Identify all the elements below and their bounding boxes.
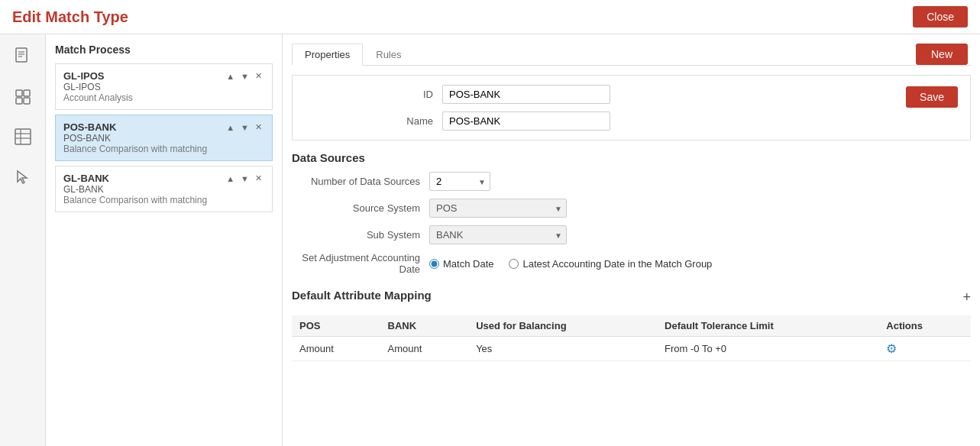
col-pos: POS: [292, 315, 380, 337]
name-input[interactable]: [442, 112, 610, 131]
svg-rect-7: [24, 98, 30, 104]
sidebar-icon-doc[interactable]: [9, 44, 37, 71]
match-item-gl-bank-delete-btn[interactable]: ✕: [253, 173, 264, 184]
col-actions: Actions: [878, 315, 971, 337]
save-button[interactable]: Save: [906, 86, 958, 108]
svg-rect-5: [24, 90, 30, 96]
match-item-gl-bank-name: GL-BANK: [63, 173, 109, 184]
radio-match-date-input[interactable]: [429, 259, 439, 269]
cell-tolerance: From -0 To +0: [657, 337, 878, 361]
adjustment-radio-group: Match Date Latest Accounting Date in the…: [429, 258, 712, 270]
radio-match-date-label: Match Date: [443, 258, 493, 270]
cell-actions[interactable]: ⚙: [878, 337, 971, 361]
page-title: Edit Match Type: [12, 8, 128, 26]
properties-card: ID Name Save: [292, 75, 971, 141]
sub-system-select[interactable]: BANK: [429, 225, 567, 244]
tab-properties[interactable]: Properties: [292, 44, 363, 66]
match-item-gl-bank-desc: Balance Comparison with matching: [63, 195, 264, 205]
match-item-up-btn[interactable]: ▲: [224, 70, 237, 82]
adjustment-label: Set Adjustment Accounting Date: [292, 252, 429, 275]
col-bank: BANK: [380, 315, 469, 337]
num-sources-label: Number of Data Sources: [292, 176, 429, 187]
svg-rect-6: [16, 98, 22, 104]
sidebar-icon-table[interactable]: [9, 123, 37, 150]
match-item-pos-bank-sub: POS-BANK: [63, 133, 264, 144]
cell-bank: Amount: [380, 337, 469, 361]
default-attr-title: Default Attribute Mapping: [292, 289, 432, 302]
sub-system-label: Sub System: [292, 229, 429, 241]
table-row: Amount Amount Yes From -0 To +0 ⚙: [292, 337, 971, 361]
col-tolerance: Default Tolerance Limit: [657, 315, 878, 337]
tabs: Properties Rules: [292, 44, 971, 66]
id-input[interactable]: [442, 85, 610, 104]
new-button[interactable]: New: [916, 44, 968, 65]
match-item-gl-bank-up-btn[interactable]: ▲: [224, 173, 237, 184]
radio-latest-date[interactable]: Latest Accounting Date in the Match Grou…: [509, 258, 712, 270]
match-item-pos-bank-desc: Balance Comparison with matching: [63, 144, 264, 154]
default-attr-header: Default Attribute Mapping +: [292, 286, 971, 309]
match-item-gl-ipos-sub: GL-IPOS: [63, 82, 264, 92]
radio-latest-date-label: Latest Accounting Date in the Match Grou…: [522, 258, 712, 270]
data-sources-title: Data Sources: [292, 151, 971, 164]
attr-table: POS BANK Used for Balancing Default Tole…: [292, 315, 971, 361]
match-item-pos-down-btn[interactable]: ▼: [238, 121, 251, 133]
gear-icon[interactable]: ⚙: [886, 342, 897, 355]
sidebar-icon-cursor[interactable]: [9, 163, 37, 190]
match-item-pos-delete-btn[interactable]: ✕: [253, 121, 264, 133]
match-item-gl-ipos-desc: Account Analysis: [63, 92, 264, 103]
match-item-gl-bank-sub: GL-BANK: [63, 184, 264, 195]
svg-rect-0: [16, 48, 27, 62]
match-item-pos-bank-name: POS-BANK: [63, 121, 116, 133]
match-item-pos-up-btn[interactable]: ▲: [224, 121, 237, 133]
match-item-gl-ipos[interactable]: GL-IPOS ▲ ▼ ✕ GL-IPOS Account Analysis: [55, 63, 273, 110]
name-label: Name: [305, 115, 442, 127]
match-item-gl-bank[interactable]: GL-BANK ▲ ▼ ✕ GL-BANK Balance Comparison…: [55, 166, 273, 212]
add-attr-button[interactable]: +: [962, 289, 971, 305]
col-used-for-balancing: Used for Balancing: [468, 315, 657, 337]
match-item-down-btn[interactable]: ▼: [238, 70, 251, 82]
source-system-select[interactable]: POS: [429, 199, 567, 218]
cell-used-for-balancing: Yes: [468, 337, 657, 361]
match-item-pos-bank[interactable]: POS-BANK ▲ ▼ ✕ POS-BANK Balance Comparis…: [55, 115, 273, 161]
radio-match-date[interactable]: Match Date: [429, 258, 493, 270]
sidebar-icons: [0, 34, 46, 446]
match-item-gl-ipos-name: GL-IPOS: [63, 70, 104, 82]
match-item-gl-bank-down-btn[interactable]: ▼: [238, 173, 251, 184]
cell-pos: Amount: [292, 337, 380, 361]
content-area: New Properties Rules ID Name: [283, 34, 980, 446]
id-label: ID: [305, 89, 442, 100]
match-item-delete-btn[interactable]: ✕: [253, 70, 264, 82]
source-system-label: Source System: [292, 202, 429, 214]
match-process-panel: Match Process GL-IPOS ▲ ▼ ✕ GL-IPOS Acco…: [46, 34, 283, 446]
match-process-title: Match Process: [55, 44, 273, 56]
tab-rules[interactable]: Rules: [363, 44, 414, 66]
svg-rect-4: [16, 90, 22, 96]
svg-rect-8: [15, 129, 31, 144]
num-sources-select[interactable]: 1 2 3: [429, 172, 490, 191]
radio-latest-date-input[interactable]: [509, 259, 519, 269]
close-button[interactable]: Close: [913, 6, 968, 27]
sidebar-icon-grid[interactable]: [9, 83, 37, 111]
